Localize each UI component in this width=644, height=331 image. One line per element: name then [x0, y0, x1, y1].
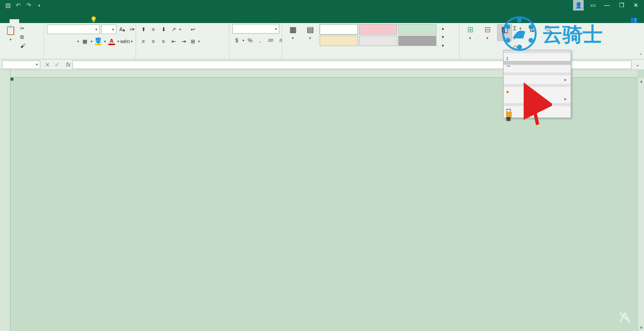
minimize-icon[interactable]: — [602, 0, 612, 11]
accounting-icon[interactable]: $ [232, 36, 241, 45]
menu-protect-sheet[interactable]: 🛡 [504, 106, 571, 110]
fill-button[interactable]: ↓▾ [513, 33, 522, 42]
redo-icon[interactable]: ↷ [25, 1, 33, 9]
table-icon: ▤ [307, 25, 314, 34]
align-center-icon[interactable]: ≡ [149, 37, 158, 46]
fill-handle[interactable] [11, 78, 13, 81]
style-neutral[interactable] [320, 35, 358, 46]
find-select-button[interactable]: 🔍 [541, 24, 556, 36]
menu-tab-color[interactable]: ▸ [504, 95, 571, 103]
expand-formula-bar-icon[interactable]: ⌄ [633, 60, 642, 69]
menu-column-width[interactable]: ↔ [504, 61, 571, 65]
share-button[interactable]: 👥 [625, 16, 644, 23]
bold-button[interactable] [47, 37, 56, 46]
tab-help[interactable] [77, 19, 86, 23]
conditional-format-button[interactable]: ▦ ▾ [285, 24, 300, 41]
style-good[interactable] [398, 24, 437, 35]
align-middle-icon[interactable]: ≡ [149, 25, 158, 34]
merge-center-button[interactable]: ⊞▾ [191, 36, 200, 47]
menu-row-height[interactable]: ↕ [504, 53, 571, 57]
close-icon[interactable]: ✕ [631, 0, 641, 11]
eraser-icon: ◇ [513, 44, 517, 50]
styles-more-icon[interactable]: ▾ [438, 41, 447, 50]
copy-button[interactable]: ⧉ [20, 33, 27, 41]
vertical-scrollbar[interactable]: ▴ ▾ [637, 78, 644, 331]
menu-format-cells[interactable]: ▦ [504, 114, 571, 118]
tab-review[interactable] [58, 19, 67, 23]
maximize-icon[interactable]: ❐ [616, 0, 627, 11]
font-name-select[interactable]: ▾ [47, 24, 100, 34]
insert-cells-button[interactable]: ⊞▾ [462, 24, 478, 41]
menu-autofit-row[interactable] [504, 57, 571, 61]
ribbon-options-icon[interactable]: ▭ [587, 0, 598, 11]
cond-format-icon: ▦ [289, 25, 297, 34]
cut-button[interactable]: ✂ [20, 24, 27, 33]
tab-file[interactable] [0, 19, 10, 23]
phonetic-button[interactable]: wén [121, 37, 129, 46]
collapse-ribbon-icon[interactable]: ˄ [640, 53, 642, 58]
scroll-down-icon[interactable]: ▾ [638, 324, 644, 331]
number-format-select[interactable]: ▾ [232, 24, 279, 34]
menu-move-copy-sheet[interactable] [504, 91, 571, 95]
row-headers[interactable] [0, 70, 11, 331]
comma-icon[interactable]: , [256, 36, 264, 45]
tab-data[interactable] [48, 19, 58, 23]
style-normal[interactable] [320, 24, 358, 35]
autosum-button[interactable]: Σ▾ [513, 24, 522, 33]
decrease-font-icon[interactable]: A▾ [128, 25, 137, 34]
enter-formula-icon[interactable]: ✓ [53, 60, 61, 69]
menu-default-width[interactable] [504, 69, 571, 72]
orientation-icon[interactable]: ↗ [169, 25, 178, 34]
align-bottom-icon[interactable]: ⬇ [159, 25, 168, 34]
indent-increase-icon[interactable]: ⇥ [179, 37, 188, 46]
tab-formulas[interactable] [38, 19, 48, 23]
style-calculation[interactable] [359, 35, 397, 46]
menu-lock-cell[interactable] [504, 110, 571, 114]
format-as-table-button[interactable]: ▤ ▾ [302, 24, 318, 41]
styles-scroll-up-icon[interactable]: ▴ [438, 24, 447, 33]
save-icon[interactable]: ▤ [4, 1, 12, 9]
titlebar: ▤ ↶ ↷ ▾ 👤 ▭ — ❐ ✕ [0, 0, 644, 11]
fill-down-icon: ↓ [513, 35, 516, 40]
style-check-cell[interactable] [398, 35, 437, 46]
name-box[interactable]: ▾ [2, 60, 40, 69]
scroll-up-icon[interactable]: ▴ [638, 78, 644, 84]
menu-hide-unhide[interactable]: ▸ [504, 75, 571, 84]
fx-icon[interactable]: fx [64, 61, 72, 68]
cell-styles-gallery[interactable] [320, 24, 437, 46]
undo-icon[interactable]: ↶ [14, 1, 22, 9]
styles-label [285, 59, 456, 59]
sigma-icon: Σ [513, 25, 517, 31]
tab-insert[interactable] [19, 19, 29, 23]
user-account[interactable]: 👤 [570, 0, 584, 11]
font-size-select[interactable]: ▾ [101, 24, 116, 34]
align-left-icon[interactable]: ≡ [139, 37, 148, 46]
tab-view[interactable] [67, 19, 77, 23]
increase-decimal-icon[interactable]: .00 [266, 36, 275, 45]
font-color-button[interactable]: A [107, 37, 116, 46]
styles-scroll-down-icon[interactable]: ▾ [438, 33, 447, 41]
indent-decrease-icon[interactable]: ⇤ [169, 37, 178, 46]
sort-filter-button[interactable]: ⇅ [524, 24, 539, 36]
fill-color-button[interactable]: 🪣 [94, 37, 103, 46]
percent-icon[interactable]: % [246, 36, 254, 45]
wrap-text-button[interactable]: ↩ [191, 24, 200, 35]
delete-cells-button[interactable]: ⊟▾ [480, 24, 495, 41]
border-button[interactable]: ▦ [80, 37, 89, 46]
menu-rename-sheet[interactable]: ● [504, 87, 571, 91]
align-right-icon[interactable]: ≡ [159, 37, 168, 46]
paste-button[interactable]: 📋 ▾ [3, 24, 18, 43]
qat-more-icon[interactable]: ▾ [35, 1, 43, 9]
style-bad[interactable] [359, 24, 397, 35]
cancel-formula-icon[interactable]: ✕ [43, 60, 52, 69]
format-painter-button[interactable]: 🖌 [20, 41, 27, 50]
avatar-icon: 👤 [573, 0, 584, 11]
menu-autofit-col[interactable] [504, 65, 571, 69]
increase-font-icon[interactable]: A▴ [118, 25, 126, 34]
tab-home[interactable] [10, 19, 19, 23]
tab-layout[interactable] [29, 19, 38, 23]
italic-button[interactable] [57, 37, 66, 46]
align-top-icon[interactable]: ⬆ [139, 25, 148, 34]
tell-me-search[interactable]: 💡 [86, 16, 103, 23]
underline-button[interactable] [67, 37, 76, 46]
